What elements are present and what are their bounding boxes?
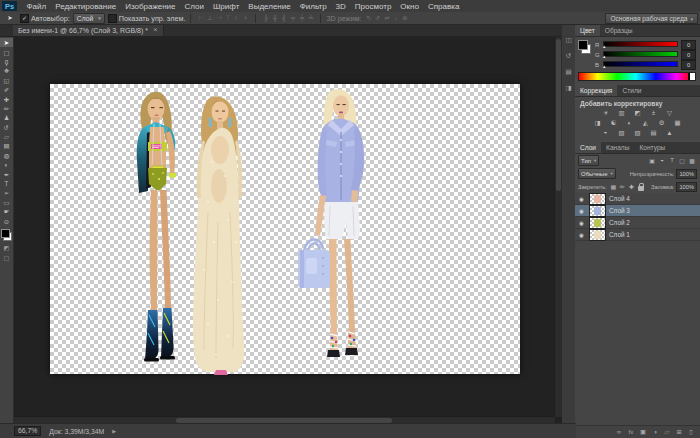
menu-item-0[interactable]: Файл — [22, 2, 51, 11]
vertical-scrollbar[interactable] — [554, 36, 562, 417]
menu-item-9[interactable]: Окно — [396, 2, 424, 11]
layer-thumbnail[interactable] — [589, 217, 606, 229]
channel-value-R[interactable]: 0 — [681, 40, 696, 50]
adjustment-icon-1-4[interactable]: ⚙ — [655, 119, 668, 127]
path-selection-tool[interactable]: ➢ — [0, 188, 13, 197]
panel-tab-2[interactable]: Контуры — [634, 142, 670, 153]
layers-action-icon-3[interactable]: ◑ — [651, 427, 659, 437]
screen-mode-icon[interactable]: ▢ — [4, 254, 10, 261]
slider-B[interactable]: ▲ — [603, 60, 678, 69]
move-tool[interactable]: ➤ — [0, 38, 13, 47]
gradient-tool[interactable]: ▤ — [0, 141, 13, 150]
panel-color-swatches[interactable] — [578, 40, 591, 54]
quick-selection-tool[interactable]: ❖ — [0, 66, 13, 75]
menu-item-5[interactable]: Выделение — [244, 2, 295, 11]
dock-panel-icon-3[interactable]: ◨ — [562, 84, 575, 92]
layer-thumbnail[interactable] — [589, 205, 606, 217]
autoselect-checkbox[interactable]: ✓ Автовыбор: — [20, 14, 70, 23]
layers-action-icon-6[interactable]: ▯ — [687, 427, 695, 437]
document-tab[interactable]: Без имени-1 @ 66,7% (Слой 3, RGB/8) * × — [13, 24, 164, 36]
lock-option-icon-0[interactable]: ▦ — [609, 183, 618, 190]
channel-value-B[interactable]: 0 — [681, 60, 696, 70]
adjustment-icon-0-2[interactable]: ◩ — [631, 109, 644, 117]
menu-item-6[interactable]: Фильтр — [295, 2, 331, 11]
shape-tool[interactable]: ▭ — [0, 198, 13, 207]
panel-tab-1[interactable]: Образцы — [600, 25, 638, 36]
adjustment-icon-0-1[interactable]: ▥ — [615, 109, 628, 117]
visibility-eye-icon[interactable]: ◉ — [577, 196, 586, 202]
layer-thumbnail[interactable] — [589, 193, 606, 205]
align-icon-4[interactable]: ⊦ — [232, 13, 241, 23]
layers-action-icon-5[interactable]: ⊞ — [675, 427, 683, 437]
layer-filter-icon-3[interactable]: ▢ — [677, 157, 687, 164]
layers-action-icon-4[interactable]: ▱ — [663, 427, 671, 437]
zoom-tool[interactable]: ⊙ — [0, 216, 13, 225]
panel-tab-1[interactable]: Каналы — [601, 142, 634, 153]
menu-item-7[interactable]: 3D — [331, 2, 350, 11]
adjustment-icon-1-3[interactable]: ◭ — [639, 119, 652, 127]
layer-row[interactable]: ◉Слой 2 — [575, 217, 700, 229]
color-swatches[interactable] — [1, 229, 12, 241]
adjustment-icon-2-2[interactable]: ▨ — [631, 129, 644, 137]
layer-filter-icon-2[interactable]: T — [667, 157, 677, 164]
adjustment-icon-1-1[interactable]: ☯ — [607, 119, 620, 127]
panel-tab-0[interactable]: Слои — [575, 142, 601, 153]
menu-item-3[interactable]: Слои — [180, 2, 208, 11]
align-icon-5[interactable]: ⊧ — [241, 13, 250, 23]
distribute-icon-2[interactable]: ╢ — [279, 13, 288, 23]
3d-mode-icon-0[interactable]: ↻ — [364, 13, 373, 23]
eyedropper-tool[interactable]: ✐ — [0, 85, 13, 94]
3d-mode-icon-4[interactable]: ⊕ — [400, 13, 409, 23]
layer-row[interactable]: ◉Слой 3 — [575, 205, 700, 217]
layer-thumbnail[interactable] — [589, 229, 606, 241]
adjustment-icon-2-0[interactable]: ◓ — [599, 129, 612, 137]
lock-all-icon[interactable] — [638, 186, 644, 191]
show-transform-controls-checkbox[interactable]: Показать упр. элем. — [108, 14, 186, 23]
blend-mode-dropdown[interactable]: Обычные ▾ — [578, 168, 616, 179]
align-icon-0[interactable]: ⊢ — [196, 13, 205, 23]
layers-action-icon-0[interactable]: ∞ — [615, 427, 623, 437]
layers-action-icon-1[interactable]: fx — [627, 427, 635, 437]
lock-option-icon-2[interactable]: ✚ — [627, 183, 636, 190]
slider-G[interactable]: ▲ — [603, 50, 678, 59]
layers-action-icon-2[interactable]: ▣ — [639, 427, 647, 437]
pen-tool[interactable]: ✒ — [0, 169, 13, 178]
adjustment-icon-2-1[interactable]: ▧ — [615, 129, 628, 137]
lock-option-icon-1[interactable]: ✏ — [618, 183, 627, 190]
adjustment-icon-2-3[interactable]: ▤ — [647, 129, 660, 137]
distribute-icon-5[interactable]: ╧ — [306, 13, 315, 23]
foreground-color-swatch[interactable] — [578, 40, 588, 50]
distribute-icon-0[interactable]: ╟ — [261, 13, 270, 23]
layer-filter-icon-1[interactable]: ◒ — [657, 157, 667, 164]
healing-brush-tool[interactable]: ✚ — [0, 94, 13, 103]
adjustment-icon-0-3[interactable]: ± — [647, 109, 660, 117]
adjustment-icon-1-0[interactable]: ◨ — [591, 119, 604, 127]
panel-tab-0[interactable]: Коррекция — [575, 85, 617, 96]
align-icon-1[interactable]: ⊥ — [205, 13, 214, 23]
menu-item-1[interactable]: Редактирование — [51, 2, 121, 11]
dodge-tool[interactable]: ◐ — [0, 160, 13, 169]
menu-item-10[interactable]: Справка — [423, 2, 463, 11]
distribute-icon-1[interactable]: ╫ — [270, 13, 279, 23]
opacity-value[interactable]: 100% — [676, 169, 697, 179]
visibility-eye-icon[interactable]: ◉ — [577, 220, 586, 226]
visibility-eye-icon[interactable]: ◉ — [577, 232, 586, 238]
fill-value[interactable]: 100% — [676, 182, 697, 192]
distribute-icon-3[interactable]: ╤ — [288, 13, 297, 23]
brush-tool[interactable]: ✏ — [0, 104, 13, 113]
panel-tab-1[interactable]: Стили — [617, 85, 646, 96]
adjustment-icon-0-0[interactable]: ☀ — [599, 109, 612, 117]
channel-value-G[interactable]: 0 — [681, 50, 696, 60]
document-canvas[interactable] — [50, 84, 520, 374]
hand-tool[interactable]: ☛ — [0, 207, 13, 216]
menu-item-4[interactable]: Шрифт — [208, 2, 243, 11]
adjustment-icon-2-4[interactable]: ▲ — [663, 129, 676, 137]
layer-filter-icon-0[interactable]: ▣ — [647, 157, 657, 164]
align-icon-2[interactable]: ⊣ — [214, 13, 223, 23]
menu-item-8[interactable]: Просмотр — [350, 2, 396, 11]
adjustment-icon-1-2[interactable]: ◐ — [623, 119, 636, 127]
3d-mode-icon-1[interactable]: ↺ — [373, 13, 382, 23]
zoom-level-field[interactable]: 66,7% — [14, 426, 41, 436]
dock-panel-icon-0[interactable]: ◫ — [562, 36, 575, 44]
blur-tool[interactable]: ◍ — [0, 151, 13, 160]
